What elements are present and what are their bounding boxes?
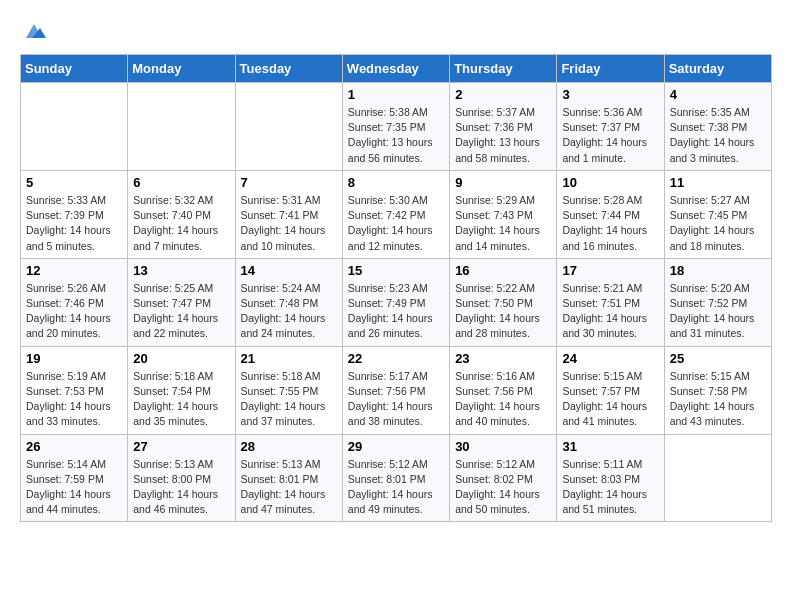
- day-info: Sunrise: 5:21 AM Sunset: 7:51 PM Dayligh…: [562, 281, 658, 342]
- day-info: Sunrise: 5:26 AM Sunset: 7:46 PM Dayligh…: [26, 281, 122, 342]
- day-number: 7: [241, 175, 337, 190]
- day-info: Sunrise: 5:18 AM Sunset: 7:54 PM Dayligh…: [133, 369, 229, 430]
- day-number: 2: [455, 87, 551, 102]
- calendar-cell: 11Sunrise: 5:27 AM Sunset: 7:45 PM Dayli…: [664, 170, 771, 258]
- calendar-cell: 21Sunrise: 5:18 AM Sunset: 7:55 PM Dayli…: [235, 346, 342, 434]
- day-of-week-header: Tuesday: [235, 55, 342, 83]
- day-info: Sunrise: 5:12 AM Sunset: 8:02 PM Dayligh…: [455, 457, 551, 518]
- calendar-week-row: 1Sunrise: 5:38 AM Sunset: 7:35 PM Daylig…: [21, 83, 772, 171]
- day-number: 17: [562, 263, 658, 278]
- header-row: SundayMondayTuesdayWednesdayThursdayFrid…: [21, 55, 772, 83]
- day-number: 15: [348, 263, 444, 278]
- calendar-cell: 2Sunrise: 5:37 AM Sunset: 7:36 PM Daylig…: [450, 83, 557, 171]
- day-number: 22: [348, 351, 444, 366]
- calendar-cell: 7Sunrise: 5:31 AM Sunset: 7:41 PM Daylig…: [235, 170, 342, 258]
- day-info: Sunrise: 5:11 AM Sunset: 8:03 PM Dayligh…: [562, 457, 658, 518]
- calendar-cell: 31Sunrise: 5:11 AM Sunset: 8:03 PM Dayli…: [557, 434, 664, 522]
- day-number: 5: [26, 175, 122, 190]
- calendar-week-row: 5Sunrise: 5:33 AM Sunset: 7:39 PM Daylig…: [21, 170, 772, 258]
- day-number: 19: [26, 351, 122, 366]
- calendar-cell: 24Sunrise: 5:15 AM Sunset: 7:57 PM Dayli…: [557, 346, 664, 434]
- day-number: 27: [133, 439, 229, 454]
- day-info: Sunrise: 5:13 AM Sunset: 8:00 PM Dayligh…: [133, 457, 229, 518]
- day-of-week-header: Sunday: [21, 55, 128, 83]
- day-info: Sunrise: 5:37 AM Sunset: 7:36 PM Dayligh…: [455, 105, 551, 166]
- day-number: 28: [241, 439, 337, 454]
- day-info: Sunrise: 5:19 AM Sunset: 7:53 PM Dayligh…: [26, 369, 122, 430]
- calendar-cell: 30Sunrise: 5:12 AM Sunset: 8:02 PM Dayli…: [450, 434, 557, 522]
- day-info: Sunrise: 5:36 AM Sunset: 7:37 PM Dayligh…: [562, 105, 658, 166]
- day-info: Sunrise: 5:35 AM Sunset: 7:38 PM Dayligh…: [670, 105, 766, 166]
- calendar-cell: [128, 83, 235, 171]
- day-info: Sunrise: 5:30 AM Sunset: 7:42 PM Dayligh…: [348, 193, 444, 254]
- calendar-cell: 26Sunrise: 5:14 AM Sunset: 7:59 PM Dayli…: [21, 434, 128, 522]
- calendar-week-row: 19Sunrise: 5:19 AM Sunset: 7:53 PM Dayli…: [21, 346, 772, 434]
- logo: [20, 20, 46, 44]
- calendar-cell: [235, 83, 342, 171]
- calendar-cell: 20Sunrise: 5:18 AM Sunset: 7:54 PM Dayli…: [128, 346, 235, 434]
- day-number: 3: [562, 87, 658, 102]
- day-number: 29: [348, 439, 444, 454]
- calendar-cell: 25Sunrise: 5:15 AM Sunset: 7:58 PM Dayli…: [664, 346, 771, 434]
- day-number: 13: [133, 263, 229, 278]
- day-number: 24: [562, 351, 658, 366]
- calendar-cell: 6Sunrise: 5:32 AM Sunset: 7:40 PM Daylig…: [128, 170, 235, 258]
- day-number: 14: [241, 263, 337, 278]
- day-info: Sunrise: 5:14 AM Sunset: 7:59 PM Dayligh…: [26, 457, 122, 518]
- day-number: 18: [670, 263, 766, 278]
- day-info: Sunrise: 5:27 AM Sunset: 7:45 PM Dayligh…: [670, 193, 766, 254]
- day-number: 25: [670, 351, 766, 366]
- calendar-cell: 5Sunrise: 5:33 AM Sunset: 7:39 PM Daylig…: [21, 170, 128, 258]
- calendar-cell: 8Sunrise: 5:30 AM Sunset: 7:42 PM Daylig…: [342, 170, 449, 258]
- day-of-week-header: Friday: [557, 55, 664, 83]
- logo-icon: [22, 20, 46, 44]
- day-number: 26: [26, 439, 122, 454]
- day-info: Sunrise: 5:31 AM Sunset: 7:41 PM Dayligh…: [241, 193, 337, 254]
- calendar-cell: 4Sunrise: 5:35 AM Sunset: 7:38 PM Daylig…: [664, 83, 771, 171]
- day-number: 31: [562, 439, 658, 454]
- calendar-cell: 14Sunrise: 5:24 AM Sunset: 7:48 PM Dayli…: [235, 258, 342, 346]
- calendar-cell: [21, 83, 128, 171]
- day-number: 21: [241, 351, 337, 366]
- calendar-cell: 18Sunrise: 5:20 AM Sunset: 7:52 PM Dayli…: [664, 258, 771, 346]
- day-info: Sunrise: 5:23 AM Sunset: 7:49 PM Dayligh…: [348, 281, 444, 342]
- day-number: 30: [455, 439, 551, 454]
- calendar-week-row: 12Sunrise: 5:26 AM Sunset: 7:46 PM Dayli…: [21, 258, 772, 346]
- day-number: 12: [26, 263, 122, 278]
- calendar-cell: 19Sunrise: 5:19 AM Sunset: 7:53 PM Dayli…: [21, 346, 128, 434]
- calendar-cell: 13Sunrise: 5:25 AM Sunset: 7:47 PM Dayli…: [128, 258, 235, 346]
- day-number: 20: [133, 351, 229, 366]
- day-info: Sunrise: 5:29 AM Sunset: 7:43 PM Dayligh…: [455, 193, 551, 254]
- day-number: 10: [562, 175, 658, 190]
- calendar-cell: 17Sunrise: 5:21 AM Sunset: 7:51 PM Dayli…: [557, 258, 664, 346]
- day-info: Sunrise: 5:24 AM Sunset: 7:48 PM Dayligh…: [241, 281, 337, 342]
- day-info: Sunrise: 5:32 AM Sunset: 7:40 PM Dayligh…: [133, 193, 229, 254]
- day-info: Sunrise: 5:15 AM Sunset: 7:58 PM Dayligh…: [670, 369, 766, 430]
- day-number: 9: [455, 175, 551, 190]
- calendar-table: SundayMondayTuesdayWednesdayThursdayFrid…: [20, 54, 772, 522]
- calendar-cell: 27Sunrise: 5:13 AM Sunset: 8:00 PM Dayli…: [128, 434, 235, 522]
- calendar-week-row: 26Sunrise: 5:14 AM Sunset: 7:59 PM Dayli…: [21, 434, 772, 522]
- calendar-cell: 15Sunrise: 5:23 AM Sunset: 7:49 PM Dayli…: [342, 258, 449, 346]
- calendar-cell: 16Sunrise: 5:22 AM Sunset: 7:50 PM Dayli…: [450, 258, 557, 346]
- day-info: Sunrise: 5:17 AM Sunset: 7:56 PM Dayligh…: [348, 369, 444, 430]
- calendar-cell: 22Sunrise: 5:17 AM Sunset: 7:56 PM Dayli…: [342, 346, 449, 434]
- calendar-cell: 28Sunrise: 5:13 AM Sunset: 8:01 PM Dayli…: [235, 434, 342, 522]
- day-number: 8: [348, 175, 444, 190]
- day-number: 4: [670, 87, 766, 102]
- day-number: 6: [133, 175, 229, 190]
- day-info: Sunrise: 5:28 AM Sunset: 7:44 PM Dayligh…: [562, 193, 658, 254]
- calendar-cell: [664, 434, 771, 522]
- day-info: Sunrise: 5:18 AM Sunset: 7:55 PM Dayligh…: [241, 369, 337, 430]
- day-info: Sunrise: 5:33 AM Sunset: 7:39 PM Dayligh…: [26, 193, 122, 254]
- day-number: 23: [455, 351, 551, 366]
- day-number: 1: [348, 87, 444, 102]
- calendar-cell: 1Sunrise: 5:38 AM Sunset: 7:35 PM Daylig…: [342, 83, 449, 171]
- day-info: Sunrise: 5:15 AM Sunset: 7:57 PM Dayligh…: [562, 369, 658, 430]
- day-info: Sunrise: 5:16 AM Sunset: 7:56 PM Dayligh…: [455, 369, 551, 430]
- day-info: Sunrise: 5:12 AM Sunset: 8:01 PM Dayligh…: [348, 457, 444, 518]
- day-of-week-header: Thursday: [450, 55, 557, 83]
- day-info: Sunrise: 5:22 AM Sunset: 7:50 PM Dayligh…: [455, 281, 551, 342]
- calendar-cell: 23Sunrise: 5:16 AM Sunset: 7:56 PM Dayli…: [450, 346, 557, 434]
- day-number: 16: [455, 263, 551, 278]
